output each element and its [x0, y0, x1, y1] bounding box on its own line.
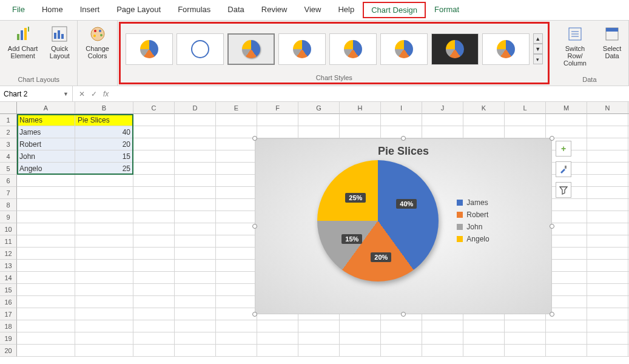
cell-E1[interactable] — [216, 114, 257, 126]
col-header-E[interactable]: E — [216, 102, 257, 114]
cell-G2[interactable] — [298, 126, 340, 138]
cell-D8[interactable] — [175, 199, 216, 211]
col-header-N[interactable]: N — [587, 102, 628, 114]
cell-E7[interactable] — [216, 187, 257, 199]
cell-K18[interactable] — [463, 320, 505, 332]
cell-B2[interactable]: 40 — [75, 126, 133, 138]
resize-handle-se[interactable] — [550, 312, 554, 317]
cell-E12[interactable] — [216, 248, 257, 260]
cell-E2[interactable] — [216, 126, 257, 138]
chart-filter-button[interactable] — [556, 182, 571, 198]
cell-L20[interactable] — [505, 345, 546, 357]
cell-C6[interactable] — [133, 175, 175, 187]
cell-D18[interactable] — [175, 320, 216, 332]
cell-H2[interactable] — [340, 126, 381, 138]
col-header-F[interactable]: F — [257, 102, 298, 114]
cell-G1[interactable] — [298, 114, 340, 126]
cell-C18[interactable] — [133, 320, 175, 332]
cell-E8[interactable] — [216, 199, 257, 211]
cell-B8[interactable] — [75, 199, 133, 211]
resize-handle-w[interactable] — [252, 224, 257, 229]
cell-D1[interactable] — [175, 114, 216, 126]
tab-file[interactable]: File — [4, 1, 33, 19]
cell-E6[interactable] — [216, 175, 257, 187]
cell-D7[interactable] — [175, 187, 216, 199]
row-header-19[interactable]: 19 — [0, 332, 17, 345]
cell-L19[interactable] — [505, 332, 546, 345]
cell-N19[interactable] — [587, 332, 628, 345]
enter-icon[interactable]: ✓ — [91, 90, 97, 98]
tab-view[interactable]: View — [295, 1, 329, 19]
cell-B18[interactable] — [75, 320, 133, 332]
cell-B13[interactable] — [75, 260, 133, 272]
col-header-I[interactable]: I — [381, 102, 422, 114]
resize-handle-ne[interactable] — [550, 136, 554, 141]
chart-style-3[interactable] — [227, 33, 275, 65]
cell-C11[interactable] — [133, 235, 175, 248]
cell-A17[interactable] — [17, 308, 75, 320]
chart-style-6[interactable] — [380, 33, 428, 65]
cell-N5[interactable] — [587, 163, 628, 175]
cell-D14[interactable] — [175, 272, 216, 284]
resize-handle-sw[interactable] — [252, 312, 257, 317]
tab-format[interactable]: Format — [426, 1, 468, 19]
cell-E17[interactable] — [216, 308, 257, 320]
cell-I18[interactable] — [381, 320, 422, 332]
row-header-15[interactable]: 15 — [0, 284, 17, 296]
cell-E13[interactable] — [216, 260, 257, 272]
col-header-K[interactable]: K — [463, 102, 505, 114]
cell-E11[interactable] — [216, 235, 257, 248]
resize-handle-e[interactable] — [550, 224, 554, 229]
fx-icon[interactable]: fx — [103, 90, 109, 98]
cell-J18[interactable] — [422, 320, 463, 332]
cell-A1[interactable]: Names — [17, 114, 75, 126]
cell-B5[interactable]: 25 — [75, 163, 133, 175]
cell-B17[interactable] — [75, 308, 133, 320]
chart-style-1[interactable] — [126, 33, 173, 65]
cell-D12[interactable] — [175, 248, 216, 260]
cell-A3[interactable]: Robert — [17, 138, 75, 150]
cell-D6[interactable] — [175, 175, 216, 187]
cell-A19[interactable] — [17, 332, 75, 345]
name-box-dropdown-icon[interactable]: ▼ — [63, 91, 69, 97]
cell-N10[interactable] — [587, 223, 628, 235]
cell-K2[interactable] — [463, 126, 505, 138]
cell-B3[interactable]: 20 — [75, 138, 133, 150]
cell-N20[interactable] — [587, 345, 628, 357]
row-header-18[interactable]: 18 — [0, 320, 17, 332]
row-header-16[interactable]: 16 — [0, 296, 17, 308]
tab-insert[interactable]: Insert — [72, 1, 109, 19]
resize-handle-nw[interactable] — [252, 136, 257, 141]
cell-C5[interactable] — [133, 163, 175, 175]
cell-C14[interactable] — [133, 272, 175, 284]
gallery-expand[interactable]: ▾ — [533, 54, 543, 64]
row-header-10[interactable]: 10 — [0, 223, 17, 235]
name-box-input[interactable] — [4, 90, 52, 98]
chart-title[interactable]: Pie Slices — [255, 139, 551, 160]
col-header-C[interactable]: C — [133, 102, 175, 114]
chart-object[interactable]: Pie Slices 40% 20% 15% 25% James Robert … — [255, 138, 552, 314]
cell-C10[interactable] — [133, 223, 175, 235]
cell-M13[interactable] — [546, 260, 587, 272]
cell-H1[interactable] — [340, 114, 381, 126]
cell-D16[interactable] — [175, 296, 216, 308]
col-header-H[interactable]: H — [340, 102, 381, 114]
cell-B12[interactable] — [75, 248, 133, 260]
cell-C19[interactable] — [133, 332, 175, 345]
cell-M11[interactable] — [546, 235, 587, 248]
cell-B7[interactable] — [75, 187, 133, 199]
cell-B16[interactable] — [75, 296, 133, 308]
cell-E16[interactable] — [216, 296, 257, 308]
select-data-button[interactable]: Select Data — [599, 23, 625, 61]
gallery-scroll-up[interactable]: ▲ — [533, 33, 543, 44]
cell-J1[interactable] — [422, 114, 463, 126]
cell-F18[interactable] — [257, 320, 298, 332]
cell-D2[interactable] — [175, 126, 216, 138]
cell-B6[interactable] — [75, 175, 133, 187]
cell-D3[interactable] — [175, 138, 216, 150]
row-header-11[interactable]: 11 — [0, 235, 17, 248]
chart-legend[interactable]: James Robert John Angelo — [457, 198, 489, 243]
cell-A11[interactable] — [17, 235, 75, 248]
cell-K20[interactable] — [463, 345, 505, 357]
cell-E19[interactable] — [216, 332, 257, 345]
